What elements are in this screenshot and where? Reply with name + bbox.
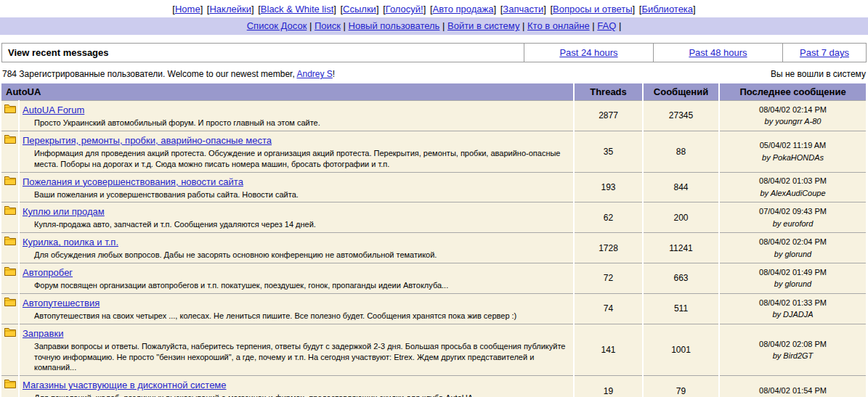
- folder-icon: [4, 296, 16, 308]
- forum-row: Перекрытия, ремонты, пробки, аварийно-оп…: [1, 131, 867, 172]
- newest-member-link[interactable]: Andrey S: [296, 69, 332, 79]
- past-24-hours-cell: Past 24 hours: [524, 43, 654, 62]
- folder-icon-cell: [1, 202, 19, 233]
- forum-link[interactable]: Заправки: [23, 328, 63, 339]
- forum-name-cell: AutoUA ForumПросто Украинский автомобиль…: [19, 101, 574, 131]
- forum-description: Заправки вопросы и ответы. Пожалуйста, н…: [34, 341, 570, 374]
- last-post-cell: 07/04/02 09:43 PMby euroford: [719, 202, 867, 233]
- forum-row: Магазины участвующие в дисконтной систем…: [1, 376, 867, 397]
- forum-row: Куплю или продамКупля-продажа авто, запч…: [1, 202, 867, 233]
- past-7-days-cell: Past 7 days: [782, 43, 867, 62]
- forum-link[interactable]: Автопутешествия: [23, 298, 100, 308]
- forum-description: Для пожеланий, жалоб, различных высказыв…: [34, 393, 570, 397]
- last-post-cell: 08/04/02 01:54 PM: [719, 376, 867, 397]
- top-nav-link[interactable]: Вопросы и ответы: [553, 4, 632, 15]
- top-nav-link[interactable]: Black & White list: [261, 4, 333, 15]
- forum-link[interactable]: Перекрытия, ремонты, пробки, аварийно-оп…: [23, 135, 272, 146]
- forum-link[interactable]: AutoUA Forum: [23, 105, 84, 115]
- top-nav-item: [Голосуй!]: [383, 4, 429, 15]
- sub-nav-link[interactable]: Поиск: [315, 20, 341, 31]
- folder-icon: [4, 378, 16, 390]
- login-status-text: Вы не вошли в систему: [771, 69, 866, 79]
- top-nav-item: [Библиотека]: [639, 4, 696, 15]
- sub-nav-item: FAQ |: [597, 20, 621, 31]
- posts-count: 27345: [643, 101, 719, 131]
- sub-nav-link[interactable]: FAQ: [597, 20, 616, 31]
- forum-link[interactable]: Магазины участвующие в дисконтной систем…: [23, 380, 227, 390]
- threads-count: 193: [574, 172, 643, 202]
- last-post-cell: 08/04/02 01:33 PMby DJADJA: [719, 293, 867, 324]
- forum-row: AutoUA ForumПросто Украинский автомобиль…: [1, 101, 867, 131]
- forum-row: АвтопутешествияАвтопутешествия на своих …: [1, 293, 867, 324]
- sub-nav-link[interactable]: Войти в систему: [447, 20, 519, 31]
- top-nav-link[interactable]: Запчасти: [503, 4, 543, 15]
- top-nav-link[interactable]: Наклейки: [209, 4, 251, 15]
- last-post-author: by glorund: [723, 248, 863, 261]
- folder-icon: [4, 235, 16, 247]
- sub-nav-item: Войти в систему |: [447, 20, 527, 31]
- past-7-days-link[interactable]: Past 7 days: [800, 47, 849, 58]
- sub-nav-item: Список Досок |: [247, 20, 315, 31]
- forum-name-cell: АвтопробегФорум посвящен организации авт…: [19, 263, 574, 294]
- registered-users-text: 784 Зарегистрированные пользователи. Wel…: [2, 69, 335, 79]
- last-post-cell: 05/04/02 11:19 AMby PokaHONDAs: [719, 131, 867, 172]
- last-post-author: by euroford: [723, 218, 863, 230]
- top-nav-item: [Вопросы и ответы]: [550, 4, 637, 15]
- forum-name-cell: Курилка, поилка и т.п.Для обсуждения люб…: [19, 233, 574, 263]
- posts-count: 663: [643, 263, 719, 294]
- folder-icon-cell: [1, 324, 19, 376]
- folder-icon-cell: [1, 293, 19, 324]
- forum-name-cell: Магазины участвующие в дисконтной систем…: [19, 376, 574, 397]
- threads-count: 2877: [574, 101, 643, 131]
- threads-count: 1728: [574, 233, 643, 263]
- top-nav-item: [Запчасти]: [500, 4, 549, 15]
- top-nav-link[interactable]: Авто продажа: [433, 4, 494, 15]
- last-post-author: by DJADJA: [723, 308, 863, 321]
- forum-link[interactable]: Пожелания и усовершенствования, новости …: [23, 176, 243, 187]
- last-post-date: 08/04/02 02:04 PM: [723, 236, 863, 248]
- column-header-last-post: Последнее сообщение: [719, 83, 867, 101]
- forum-link[interactable]: Куплю или продам: [23, 206, 105, 217]
- forum-description: Форум посвящен организации автопробегов …: [34, 280, 570, 291]
- forum-table-header: AutoUA Threads Сообщений Последнее сообщ…: [1, 83, 867, 101]
- folder-icon: [4, 175, 16, 187]
- sub-nav-link[interactable]: Кто в онлайне: [527, 20, 590, 31]
- forum-name-cell: ЗаправкиЗаправки вопросы и ответы. Пожал…: [19, 324, 574, 376]
- posts-count: 79: [643, 376, 719, 397]
- forum-link[interactable]: Курилка, поилка и т.п.: [23, 237, 118, 247]
- forum-table: AutoUA Threads Сообщений Последнее сообщ…: [1, 83, 867, 397]
- last-post-cell: 08/04/02 02:14 PMby youngrr A-80: [719, 101, 867, 131]
- top-nav-item: [Ссылки]: [340, 4, 381, 15]
- top-nav-link[interactable]: Ссылки: [343, 4, 376, 15]
- forum-table-body: AutoUA ForumПросто Украинский автомобиль…: [1, 101, 867, 397]
- sub-nav-link[interactable]: Новый пользователь: [349, 20, 440, 31]
- forum-row: АвтопробегФорум посвящен организации авт…: [1, 263, 867, 294]
- last-post-cell: 08/04/02 02:04 PMby glorund: [719, 233, 867, 263]
- forum-description: Купля-продажа авто, запчастей и т.п. Соо…: [34, 219, 570, 230]
- recent-messages-bar: View recent messages Past 24 hours Past …: [1, 43, 867, 62]
- threads-count: 74: [574, 293, 643, 324]
- folder-icon: [4, 134, 16, 146]
- forum-description: Информация для проведения акций протеста…: [34, 148, 570, 170]
- top-nav-link[interactable]: Библиотека: [641, 4, 693, 15]
- posts-count: 1001: [643, 324, 719, 376]
- top-nav-link[interactable]: Home: [175, 4, 200, 15]
- last-post-cell: 08/04/02 01:49 PMby glorund: [719, 263, 867, 294]
- last-post-date: 08/04/02 01:54 PM: [723, 385, 863, 397]
- top-nav-link[interactable]: Голосуй!: [386, 4, 423, 15]
- last-post-author: by PokaHONDAs: [723, 152, 863, 164]
- sub-nav-link[interactable]: Список Досок: [247, 20, 307, 31]
- folder-icon-cell: [1, 172, 19, 202]
- forum-name-cell: АвтопутешествияАвтопутешествия на своих …: [19, 293, 574, 324]
- forum-row: ЗаправкиЗаправки вопросы и ответы. Пожал…: [1, 324, 867, 376]
- forum-page: [Home] [Наклейки] [Black & White list] […: [0, 0, 868, 397]
- last-post-author: by youngrr A-80: [723, 115, 863, 128]
- posts-count: 88: [643, 131, 719, 172]
- past-48-hours-link[interactable]: Past 48 hours: [689, 47, 747, 58]
- last-post-date: 08/04/02 02:08 PM: [723, 338, 863, 351]
- threads-count: 62: [574, 202, 643, 233]
- past-24-hours-link[interactable]: Past 24 hours: [559, 47, 617, 58]
- forum-name-cell: Куплю или продамКупля-продажа авто, запч…: [19, 202, 574, 233]
- forum-link[interactable]: Автопробег: [23, 267, 73, 278]
- last-post-author: by glorund: [723, 278, 863, 290]
